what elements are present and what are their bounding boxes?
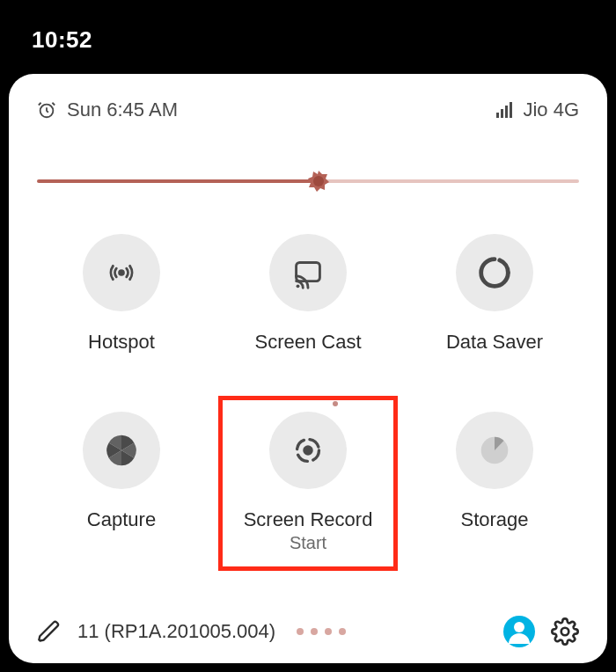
tile-sublabel: Start [290,533,326,553]
tile-label: Storage [460,508,528,531]
page-indicator [297,628,346,635]
storage-icon[interactable] [456,412,533,489]
tile-capture[interactable]: Capture [37,412,206,553]
settings-gear-icon[interactable] [551,617,579,646]
device-time: 10:52 [32,26,92,54]
hotspot-icon[interactable] [83,234,160,311]
signal-icon [496,102,514,118]
alarm-time-label: Sun 6:45 AM [67,99,178,121]
tile-label: Capture [87,508,156,531]
status-bar: Sun 6:45 AM Jio 4G [37,99,579,121]
tile-label: Hotspot [88,331,155,354]
tile-datasaver[interactable]: Data Saver [410,234,579,354]
svg-point-5 [297,284,300,288]
status-left: Sun 6:45 AM [37,99,178,121]
page-dot [339,628,346,635]
carrier-label: Jio 4G [523,99,579,121]
record-icon[interactable] [269,412,347,489]
svg-point-3 [118,269,125,276]
quick-settings-panel: Sun 6:45 AM Jio 4G HotspotScreen CastDat… [9,74,607,663]
tile-label: Screen Record [244,508,373,531]
svg-point-2 [313,176,324,186]
page-dot [297,628,304,635]
svg-point-6 [303,445,313,456]
cast-icon[interactable] [269,234,347,311]
tile-screencast[interactable]: Screen Cast [224,234,392,354]
edit-icon[interactable] [37,619,62,644]
status-right: Jio 4G [496,99,579,121]
tile-hotspot[interactable]: Hotspot [37,234,206,354]
recording-indicator-dot [333,401,338,406]
footer-bar: 11 (RP1A.201005.004) [37,595,579,647]
tile-screenrecord[interactable]: Screen RecordStart [224,412,392,553]
datasaver-icon[interactable] [456,234,533,311]
page-dot [311,628,318,635]
build-label: 11 (RP1A.201005.004) [77,620,275,643]
brightness-slider[interactable] [37,169,579,194]
svg-point-11 [561,628,569,636]
svg-point-10 [514,622,524,632]
page-dot [325,628,332,635]
brightness-thumb[interactable] [306,169,331,194]
alarm-icon [37,100,56,120]
svg-rect-4 [297,263,320,281]
tile-label: Data Saver [446,331,543,354]
tile-storage[interactable]: Storage [410,412,579,553]
tiles-grid: HotspotScreen CastData SaverCaptureScree… [37,234,579,553]
capture-icon[interactable] [83,412,160,489]
tile-label: Screen Cast [254,331,361,354]
user-avatar-icon[interactable] [503,616,535,647]
